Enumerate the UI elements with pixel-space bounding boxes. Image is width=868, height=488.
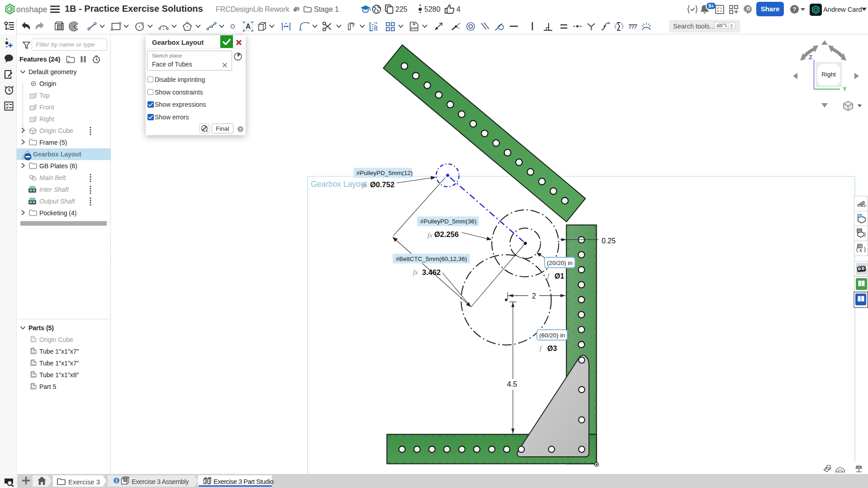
svg-text:Ø2.256: Ø2.256 bbox=[434, 230, 459, 238]
svg-text:Y: Y bbox=[843, 85, 847, 92]
svg-text:f: f bbox=[540, 345, 542, 352]
svg-text:4.5: 4.5 bbox=[507, 380, 517, 388]
svg-text:(60/20) in: (60/20) in bbox=[539, 332, 565, 339]
svg-text:DXF: DXF bbox=[411, 26, 417, 30]
svg-text:#BeltCTC_5mm(60,12,36): #BeltCTC_5mm(60,12,36) bbox=[396, 256, 467, 262]
svg-text:?: ? bbox=[793, 6, 797, 13]
svg-text:fx: fx bbox=[362, 181, 367, 189]
svg-text:3.462: 3.462 bbox=[422, 268, 441, 276]
svg-text:}: } bbox=[864, 232, 866, 237]
svg-text:#PulleyPD_5mm(36): #PulleyPD_5mm(36) bbox=[420, 218, 477, 225]
svg-text:Gearbox Layout: Gearbox Layout bbox=[311, 180, 367, 189]
svg-text:Ø3: Ø3 bbox=[547, 345, 557, 352]
svg-text:fx: fx bbox=[427, 232, 432, 239]
svg-text:Ø1: Ø1 bbox=[555, 272, 564, 280]
svg-text:A: A bbox=[246, 23, 251, 30]
svg-text:Z: Z bbox=[809, 54, 812, 61]
svg-text:?: ? bbox=[239, 127, 242, 132]
svg-text:2: 2 bbox=[532, 292, 536, 300]
svg-text:): ) bbox=[864, 246, 866, 252]
svg-text:fx: fx bbox=[413, 269, 418, 276]
svg-text:x: x bbox=[859, 246, 862, 253]
svg-text:f: f bbox=[547, 272, 550, 280]
svg-text:(20/20) in: (20/20) in bbox=[547, 260, 573, 266]
svg-text:(: ( bbox=[856, 246, 858, 252]
svg-text:0.25: 0.25 bbox=[602, 237, 616, 245]
svg-text:#PulleyPD_5mm(12): #PulleyPD_5mm(12) bbox=[356, 170, 413, 176]
svg-text:Ø0.752: Ø0.752 bbox=[370, 180, 394, 189]
